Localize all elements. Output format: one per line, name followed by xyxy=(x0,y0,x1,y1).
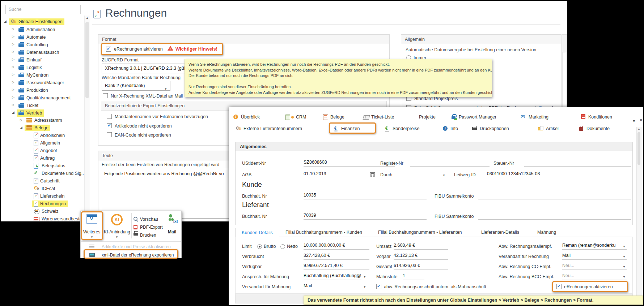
tab-crm[interactable]: CRM xyxy=(285,113,306,121)
xrechnung-xml-checkbox[interactable] xyxy=(103,93,108,98)
drucken-button[interactable]: Drucken xyxy=(134,232,164,239)
ki-anbindung-button[interactable]: KI KI-Anbindung ▼ xyxy=(104,213,131,239)
tree-item-mycentron[interactable]: ▷MyCentron xyxy=(1,72,84,79)
mahnstufe-field[interactable]: 1 xyxy=(403,273,424,280)
durch-field[interactable] xyxy=(399,171,446,178)
expand-arrow-icon[interactable]: ▷ xyxy=(12,57,14,61)
tab-passwort-manager[interactable]: Passwort Manager xyxy=(451,113,496,121)
scroll-up-icon[interactable]: ▲ xyxy=(637,128,641,130)
tab-konditionen[interactable]: Konditionen xyxy=(580,113,612,121)
kunde-buchhalt-field[interactable]: 10035 xyxy=(304,193,427,199)
window-pin-icon[interactable]: ▾ xyxy=(633,118,635,124)
subtab-lieferanten-details[interactable]: Lieferanten-Details xyxy=(481,230,519,235)
calendar-icon[interactable] xyxy=(370,172,375,177)
abw-mailempf-field[interactable]: Reman (reman@sonderku xyxy=(562,243,627,250)
tree-item-warenversandbestä[interactable]: Warenversandbestä xyxy=(1,216,84,221)
tab-artikel[interactable]: Artikel xyxy=(538,125,559,132)
subtab-filial-buchhaltungsnummern-kunden[interactable]: Filial Buchhaltungsnummern - Kunden xyxy=(285,230,362,235)
umsatz-field[interactable]: 2.608,49 € xyxy=(394,243,448,250)
tree-item-allgemein[interactable]: Allgemein xyxy=(1,140,84,147)
steuer-field[interactable] xyxy=(524,160,631,167)
versandart-mahnung-field[interactable]: Mail xyxy=(304,283,361,290)
tab-externe-lieferantennummern[interactable]: Externe Lieferantennummern xyxy=(236,125,302,132)
verfuegbar-field[interactable]: 9.999.672.571,40 € xyxy=(304,263,369,270)
expand-arrow-icon[interactable]: ▷ xyxy=(12,42,14,46)
tree-item-vertrieb[interactable]: ◢Vertrieb xyxy=(1,109,84,117)
agb-field[interactable]: 01.10.2013 xyxy=(304,171,368,178)
chevron-down-icon[interactable]: ▼ xyxy=(623,275,626,279)
scroll-thumb[interactable] xyxy=(85,22,89,98)
tab-ticket-liste[interactable]: Ticket-Liste xyxy=(363,113,394,121)
tree-item-abholschein[interactable]: Abholschein xyxy=(1,132,84,140)
tree-item-lieferschein[interactable]: Lieferschein xyxy=(1,193,84,201)
tree-item-datenaustausch[interactable]: ▷Datenaustausch xyxy=(1,49,84,56)
tree-item-administration[interactable]: ▷Administration xyxy=(1,26,84,34)
expand-arrow-icon[interactable]: ▷ xyxy=(12,80,14,84)
expand-arrow-icon[interactable]: ▷ xyxy=(12,103,14,107)
collapse-arrow-icon[interactable]: ◢ xyxy=(12,111,14,114)
search-input[interactable] xyxy=(5,5,81,14)
pdf-export-button[interactable]: PDF-Export xyxy=(134,224,164,231)
lieferant-buchhalt-field[interactable]: 70039 xyxy=(304,213,427,220)
lieferant-fibu-field[interactable] xyxy=(478,213,631,220)
expand-arrow-icon[interactable]: ▷ xyxy=(12,95,14,99)
export-checkbox-ean-code-nicht-exportieren[interactable] xyxy=(107,132,112,137)
tree-item-automate[interactable]: ▷Automate xyxy=(1,34,84,41)
bank-select[interactable]: Bank 2 (Kreditbank) ▼ xyxy=(102,81,170,91)
tree-item-passwordmanager[interactable]: ▷PasswordManager xyxy=(1,79,84,87)
abw-bcc-field[interactable]: Neu... xyxy=(562,273,627,280)
leitweg-field[interactable]: 03011000-1234512345-03 xyxy=(487,171,631,178)
scroll-thumb[interactable] xyxy=(637,132,640,165)
chevron-down-icon[interactable]: ▼ xyxy=(363,285,366,289)
vorschau-button[interactable]: Vorschau xyxy=(134,216,164,223)
expand-arrow-icon[interactable]: ▷ xyxy=(12,73,14,76)
export-checkbox-artikelcode-nicht-exportieren[interactable] xyxy=(107,123,112,128)
window-close-icon[interactable]: × xyxy=(639,117,643,124)
tree-item-auftrag[interactable]: Auftrag xyxy=(1,155,84,163)
kunde-fibu-field[interactable] xyxy=(478,193,631,199)
expand-arrow-icon[interactable]: ▷ xyxy=(12,50,14,53)
contact-scrollbar[interactable]: ▲ xyxy=(636,127,641,303)
tree-item-einkauf[interactable]: ▷Einkauf xyxy=(1,56,84,64)
expand-arrow-icon[interactable]: ▷ xyxy=(20,118,22,122)
mahnanschrift-checkbox[interactable] xyxy=(376,284,381,289)
weiteres-button[interactable]: Weiteres ▼ xyxy=(82,213,102,239)
tree-item-dokumente-und-sig[interactable]: Dokumente und Sig... xyxy=(1,170,84,178)
tree-item-schweiz[interactable]: Schweiz xyxy=(1,208,84,216)
vorjahr-field[interactable]: 42.123,13 € xyxy=(394,253,448,260)
chevron-down-icon[interactable]: ▼ xyxy=(442,174,445,177)
tree-item-gutschrift[interactable]: Gutschrift xyxy=(1,178,84,185)
tree-item-belege[interactable]: ◢Belege xyxy=(1,125,84,132)
erechnungen-aktivieren-checkbox-2[interactable] xyxy=(556,284,562,289)
tab-druckoptionen[interactable]: Druckoptionen xyxy=(472,125,509,132)
export-checkbox-mandantennamen-vor-filialnamen-bevorzugen[interactable] xyxy=(107,114,112,119)
tree-item-icecat[interactable]: ICEcat xyxy=(1,185,84,193)
limit-field[interactable]: 10.000.000.000,00 € xyxy=(304,243,369,250)
scroll-up-icon[interactable]: ▲ xyxy=(85,16,90,20)
expand-arrow-icon[interactable]: ▷ xyxy=(12,27,14,31)
tree-item-produktion[interactable]: ▷Produktion xyxy=(1,87,84,94)
expand-arrow-icon[interactable]: ▷ xyxy=(12,35,14,38)
scroll-thumb[interactable] xyxy=(563,52,566,110)
tab-projekte[interactable]: Projekte xyxy=(411,113,436,121)
subtab-filial-buchhaltungsnummern-lieferanten[interactable]: Filial Buchhaltungsnummern - Lieferanten xyxy=(378,230,462,235)
tree-item-rechnungen[interactable]: Rechnungen xyxy=(1,201,84,208)
mail-button[interactable]: Mail xyxy=(165,213,181,239)
tree-item-logistik[interactable]: ▷Logistik xyxy=(1,64,84,72)
brutto-radio[interactable] xyxy=(257,244,262,249)
tree-item-controlling[interactable]: ▷Controlling xyxy=(1,41,84,49)
chevron-down-icon[interactable]: ▼ xyxy=(623,265,626,268)
tree-item-adressstamm[interactable]: ▷Adressstamm xyxy=(1,117,84,125)
ansprech-mahnung-field[interactable]: Buchhaltung (Buchhaltung@ xyxy=(304,273,361,280)
erechnungen-aktivieren-checkbox[interactable] xyxy=(106,47,111,52)
tree-item-ticket[interactable]: ▷Ticket xyxy=(1,102,84,109)
tree-item-belegstatus[interactable]: Belegstatus xyxy=(1,163,84,170)
verbraucht-field[interactable]: 327.428,60 € xyxy=(304,253,369,260)
tree-item-globale-einstellungen[interactable]: ◢Globale Einstellungen xyxy=(1,18,84,26)
menu-item-xml-datei-der-erechnung-exportieren[interactable]: xml-Datei der eRechnung exportieren xyxy=(81,251,181,259)
subtab-kunden-details[interactable]: Kunden-Details xyxy=(235,228,279,237)
tab-finanzen[interactable]: Finanzen xyxy=(333,125,360,132)
tree-item-qualitätsmanagement[interactable]: ▷Qualitätsmanagement xyxy=(1,94,84,102)
menu-item-artikeltexte-und-preise-aktualisieren[interactable]: Artikeltexte und Preise aktualisieren xyxy=(81,243,181,251)
collapse-arrow-icon[interactable]: ◢ xyxy=(20,126,22,129)
